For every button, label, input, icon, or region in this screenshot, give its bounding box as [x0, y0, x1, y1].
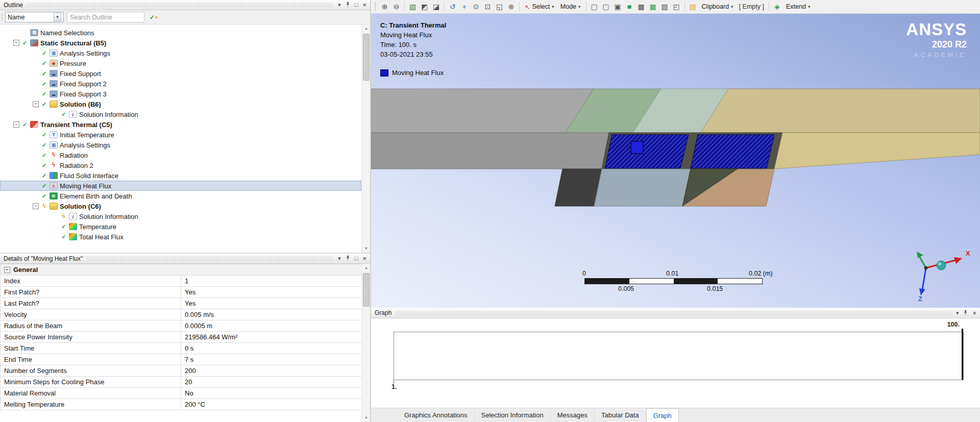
- detail-value[interactable]: Yes: [181, 298, 362, 309]
- details-scrollbar[interactable]: ▲ ▼: [361, 264, 370, 422]
- mode-menu[interactable]: Mode▾: [558, 3, 583, 10]
- view-cube-icon[interactable]: ▧: [407, 2, 418, 12]
- search-outline-input[interactable]: [67, 12, 144, 22]
- viewport-3d[interactable]: C: Transient Thermal Moving Heat Flux Ti…: [371, 14, 980, 308]
- expand-collapse-toggle[interactable]: −: [33, 203, 39, 209]
- moving-heat-flux-marker[interactable]: [631, 141, 643, 154]
- pin-icon[interactable]: [963, 310, 968, 316]
- select-node-filter-icon[interactable]: ▩: [636, 2, 647, 12]
- expand-collapse-toggle[interactable]: −: [13, 121, 19, 128]
- fit-view-icon[interactable]: ◱: [494, 2, 505, 12]
- tree-item-fixed-support[interactable]: ✓▂Fixed Support: [0, 68, 361, 79]
- rotate-icon[interactable]: ↺: [447, 2, 458, 12]
- pin-icon[interactable]: [346, 2, 350, 8]
- detail-value[interactable]: 0 s: [181, 343, 362, 354]
- collapse-section-icon[interactable]: −: [4, 267, 10, 273]
- lower-block-blue-gray[interactable]: [594, 169, 691, 206]
- tree-item-initial-temperature[interactable]: ✓TInitial Temperature: [0, 130, 361, 140]
- tree-item-solution-information[interactable]: ϟiSolution Information: [0, 211, 361, 221]
- detail-value[interactable]: 1: [181, 276, 362, 287]
- tree-item-radiation[interactable]: ✓ϟRadiation: [0, 150, 361, 160]
- scroll-up-icon[interactable]: ▲: [362, 264, 370, 272]
- outline-filter-button[interactable]: ✓ ▾: [148, 13, 160, 22]
- tree-item-fixed-support-3[interactable]: ✓▂Fixed Support 3: [0, 89, 361, 99]
- scroll-up-icon[interactable]: ▲: [362, 24, 370, 33]
- detail-value[interactable]: 7 s: [181, 354, 362, 365]
- tab-graphics-annotations[interactable]: Graphics Annotations: [398, 408, 475, 422]
- tree-item-analysis-settings[interactable]: ✓▦Analysis Settings: [0, 140, 361, 150]
- name-filter-dropdown[interactable]: Name ▾: [5, 12, 64, 22]
- graph-timeline-chart[interactable]: [394, 332, 964, 380]
- tree-item-total-heat-flux[interactable]: ✓Total Heat Flux: [0, 232, 361, 242]
- select-menu[interactable]: ↖Select▾: [522, 3, 557, 11]
- detail-value[interactable]: 0.0005 m: [181, 320, 362, 332]
- beam-front-tan[interactable]: [774, 133, 980, 169]
- magnify-icon[interactable]: ⊛: [506, 2, 517, 12]
- tree-item-temperature[interactable]: ✓Temperature: [0, 221, 361, 232]
- scroll-down-icon[interactable]: ▼: [362, 244, 370, 253]
- maximize-icon[interactable]: □: [355, 2, 358, 8]
- clipboard-icon[interactable]: ▤: [688, 2, 698, 12]
- orientation-triad[interactable]: X Z: [894, 241, 976, 302]
- tab-graph[interactable]: Graph: [646, 408, 679, 422]
- detail-value[interactable]: 20: [181, 377, 362, 388]
- details-section-row[interactable]: − General: [1, 264, 362, 276]
- expand-collapse-toggle[interactable]: −: [33, 101, 39, 107]
- beam-top-tan[interactable]: [700, 89, 980, 133]
- detail-value[interactable]: 219586.464 W/m²: [181, 332, 362, 343]
- shaded-view-icon[interactable]: ◩: [419, 2, 430, 12]
- select-body-filter-icon[interactable]: ■: [624, 2, 635, 12]
- toolbar-grip[interactable]: [374, 2, 377, 11]
- tree-item-radiation-2[interactable]: ✓ϟRadiation 2: [0, 160, 361, 170]
- detail-value[interactable]: Yes: [181, 287, 362, 298]
- close-icon[interactable]: ×: [972, 310, 976, 316]
- expand-collapse-toggle[interactable]: −: [13, 40, 19, 46]
- close-icon[interactable]: ×: [362, 255, 366, 262]
- zoom-box-icon[interactable]: ⊡: [482, 2, 493, 12]
- current-time-marker[interactable]: [962, 329, 963, 380]
- z-axis-arrow[interactable]: [919, 288, 925, 295]
- close-icon[interactable]: ×: [362, 2, 366, 8]
- select-element-filter-icon[interactable]: ▦: [648, 2, 658, 12]
- tree-item-analysis-settings[interactable]: ✓▦Analysis Settings: [0, 48, 361, 58]
- tree-item-solution-information[interactable]: ✓iSolution Information: [0, 109, 361, 119]
- zoom-in-icon[interactable]: ⊕: [379, 2, 390, 12]
- tab-selection-information[interactable]: Selection Information: [475, 408, 551, 422]
- select-edge-filter-icon[interactable]: ▢: [601, 2, 611, 12]
- heat-flux-patch-1[interactable]: [605, 135, 689, 168]
- toolbar-grip[interactable]: [1, 13, 3, 21]
- tree-item-named-selections[interactable]: ▦Named Selections: [0, 28, 361, 38]
- maximize-icon[interactable]: □: [355, 256, 358, 261]
- extend-selection-icon[interactable]: ▨: [659, 2, 670, 12]
- select-face-filter-icon[interactable]: ▣: [612, 2, 623, 12]
- zoom-icon[interactable]: ⊙: [471, 2, 481, 12]
- chevron-down-icon[interactable]: ▾: [54, 13, 61, 21]
- detail-value[interactable]: 0.005 m/s: [181, 309, 362, 320]
- isometric-ball[interactable]: [937, 261, 946, 270]
- x-axis-arrow[interactable]: [954, 257, 962, 264]
- model-geometry[interactable]: [371, 14, 980, 308]
- panel-menu-chevron-icon[interactable]: ▾: [338, 2, 341, 8]
- lower-block-dark[interactable]: [555, 169, 602, 206]
- panel-menu-chevron-icon[interactable]: ▾: [338, 256, 341, 261]
- detail-value[interactable]: 200: [181, 365, 362, 377]
- pan-icon[interactable]: +: [459, 2, 470, 12]
- tree-item-solution-b6[interactable]: −✓Solution (B6): [0, 99, 361, 109]
- detail-value[interactable]: 200 °C: [181, 399, 362, 410]
- tree-item-fluid-solid-interface[interactable]: ✓Fluid Solid Interface: [0, 170, 361, 181]
- clipboard-menu[interactable]: Clipboard▾: [699, 3, 736, 10]
- scroll-down-icon[interactable]: ▼: [362, 414, 370, 422]
- extend-menu[interactable]: Extend▾: [783, 3, 813, 10]
- extend-icon[interactable]: ◈: [772, 2, 782, 12]
- tree-item-moving-heat-flux[interactable]: ✓≈Moving Heat Flux: [0, 181, 361, 191]
- heat-flux-patch-2[interactable]: [691, 135, 774, 168]
- tree-item-fixed-support-2[interactable]: ✓▂Fixed Support 2: [0, 79, 361, 89]
- detail-value[interactable]: No: [181, 388, 362, 399]
- tree-item-pressure[interactable]: ✓◉Pressure: [0, 58, 361, 68]
- tree-item-element-birth-and-death[interactable]: ✓▦Element Birth and Death: [0, 191, 361, 201]
- select-vertex-filter-icon[interactable]: ▢: [589, 2, 600, 12]
- tab-tabular-data[interactable]: Tabular Data: [595, 408, 646, 422]
- tree-item-static-structural-b5[interactable]: −✓Static Structural (B5): [0, 38, 361, 48]
- scrollbar-thumb[interactable]: [363, 273, 370, 307]
- beam-top-gray[interactable]: [371, 89, 594, 133]
